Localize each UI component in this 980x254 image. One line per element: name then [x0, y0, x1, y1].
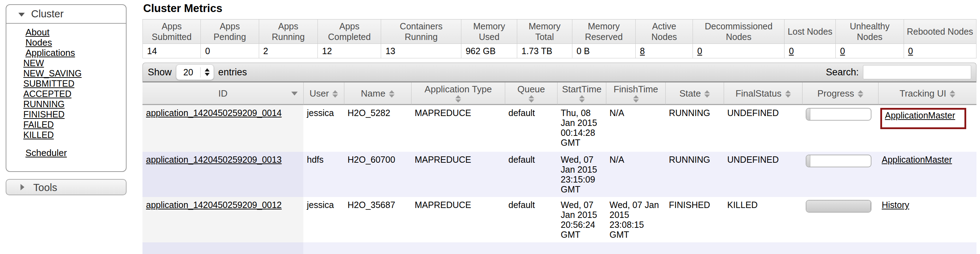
progress-bar-fill [807, 201, 871, 212]
metric-header-memory-total: Memory Total [517, 19, 573, 44]
sort-both-icon [950, 90, 955, 97]
application-id-link[interactable]: application_1420450259209_0014 [146, 108, 282, 118]
metric-header-containers-running: Containers Running [381, 19, 461, 44]
metric-link-unhealthy-nodes[interactable]: 0 [840, 46, 845, 56]
sidebar-item-failed: FAILED [23, 120, 126, 130]
metric-link-lost-nodes[interactable]: 0 [789, 46, 794, 56]
tracking-ui-link[interactable]: ApplicationMaster [885, 110, 955, 120]
cluster-panel-header[interactable]: Cluster [6, 5, 126, 24]
metric-header-apps-submitted: Apps Submitted [143, 19, 201, 44]
progress-bar [806, 108, 872, 121]
applications-link[interactable]: Applications [25, 47, 75, 58]
killed-link[interactable]: KILLED [23, 130, 54, 140]
application-row-partial [143, 242, 977, 254]
metric-header-active-nodes: Active Nodes [636, 19, 693, 44]
accepted-link[interactable]: ACCEPTED [23, 89, 72, 99]
column-label: User [310, 88, 329, 99]
tracking-ui-link[interactable]: ApplicationMaster [882, 155, 952, 165]
cell-partial [802, 242, 878, 254]
tools-panel-title: Tools [33, 182, 57, 193]
cell-partial [143, 242, 303, 254]
column-header-finishtime[interactable]: FinishTime [606, 82, 665, 105]
column-header-progress[interactable]: Progress [802, 82, 878, 105]
application-id-link[interactable]: application_1420450259209_0013 [146, 155, 282, 165]
cell-progress [802, 197, 878, 242]
submitted-link[interactable]: SUBMITTED [23, 78, 74, 88]
sidebar-item-new: NEW [23, 58, 126, 68]
new-saving-link[interactable]: NEW_SAVING [23, 68, 82, 78]
sort-both-icon [858, 90, 863, 97]
column-header-starttime[interactable]: StartTime [557, 82, 606, 105]
cell-start-time: Wed, 07 Jan 2015 20:56:24 GMT [557, 197, 606, 242]
applications-body: application_1420450259209_0014jessicaH2O… [143, 105, 977, 254]
cell-start-time: Thu, 08 Jan 2015 00:14:28 GMT [557, 105, 606, 152]
metrics-header-row: Apps SubmittedApps PendingApps RunningAp… [143, 19, 977, 44]
sidebar-item-applications: Applications [25, 48, 126, 58]
column-header-user[interactable]: User [303, 82, 344, 105]
cell-start-time: Wed, 07 Jan 2015 23:15:09 GMT [557, 152, 606, 197]
sidebar-item-nodes: Nodes [25, 37, 126, 48]
applications-table: IDUserNameApplication TypeQueueStartTime… [143, 82, 977, 254]
column-label: ID [218, 88, 228, 99]
column-header-id[interactable]: ID [143, 82, 303, 105]
column-label: FinalStatus [735, 88, 781, 99]
running-link[interactable]: RUNNING [23, 99, 65, 109]
cell-tracking-ui: History [878, 197, 977, 242]
cluster-panel-title: Cluster [31, 8, 64, 19]
column-label: State [679, 88, 701, 99]
cell-partial [411, 242, 505, 254]
cell-partial [557, 242, 606, 254]
sidebar-item-killed: KILLED [23, 130, 126, 140]
metric-header-rebooted-nodes: Rebooted Nodes [904, 19, 976, 44]
metric-link-decommissioned-nodes[interactable]: 0 [697, 46, 702, 56]
cluster-panel: Cluster About Nodes Applications NEW NEW… [6, 4, 127, 172]
new-link[interactable]: NEW [23, 58, 44, 68]
stepper-arrows-icon[interactable] [201, 68, 213, 76]
column-header-state[interactable]: State [665, 82, 724, 105]
column-header-application-type[interactable]: Application Type [411, 82, 505, 105]
page-size-stepper[interactable]: 20 [176, 64, 214, 80]
sidebar-item-finished: FINISHED [23, 109, 126, 120]
sidebar-item-submitted: SUBMITTED [23, 78, 126, 89]
metric-link-rebooted-nodes[interactable]: 0 [908, 46, 913, 56]
progress-bar [806, 200, 872, 212]
failed-link[interactable]: FAILED [23, 120, 54, 129]
cell-final-status: UNDEFINED [724, 105, 802, 152]
column-header-queue[interactable]: Queue [505, 82, 557, 105]
cell-name: H2O_5282 [344, 105, 411, 152]
cell-id: application_1420450259209_0013 [143, 152, 303, 197]
column-label: Progress [818, 88, 854, 99]
application-row: application_1420450259209_0014jessicaH2O… [143, 105, 977, 152]
cell-id: application_1420450259209_0014 [143, 105, 303, 152]
cell-finish-time: Wed, 07 Jan 2015 23:08:15 GMT [606, 197, 665, 242]
application-id-link[interactable]: application_1420450259209_0012 [146, 200, 282, 210]
about-link[interactable]: About [25, 27, 49, 37]
metric-value-memory-reserved: 0 B [572, 44, 635, 58]
cell-queue: default [505, 197, 557, 242]
finished-link[interactable]: FINISHED [23, 109, 65, 119]
metric-header-apps-completed: Apps Completed [318, 19, 381, 44]
column-label: StartTime [562, 84, 602, 94]
column-header-tracking-ui[interactable]: Tracking UI [878, 82, 977, 105]
metric-value-apps-submitted: 14 [143, 44, 201, 58]
scheduler-link[interactable]: Scheduler [25, 147, 67, 158]
metric-value-apps-pending: 0 [201, 44, 259, 58]
cluster-metrics-table: Apps SubmittedApps PendingApps RunningAp… [143, 19, 977, 58]
cell-id: application_1420450259209_0012 [143, 197, 303, 242]
column-header-finalstatus[interactable]: FinalStatus [724, 82, 802, 105]
highlight-red-box: ApplicationMaster [880, 108, 966, 129]
tools-panel[interactable]: Tools [6, 179, 127, 195]
cell-partial [505, 242, 557, 254]
cell-name: H2O_60700 [344, 152, 411, 197]
cell-partial [303, 242, 344, 254]
show-label: Show [148, 67, 172, 78]
sort-both-icon [389, 90, 395, 97]
search-input[interactable] [863, 65, 971, 79]
column-header-name[interactable]: Name [344, 82, 411, 105]
sidebar-item-running: RUNNING [23, 99, 126, 109]
column-label: Tracking UI [900, 88, 947, 99]
cell-type: MAPREDUCE [411, 105, 505, 152]
nodes-link[interactable]: Nodes [25, 37, 52, 48]
metric-link-active-nodes[interactable]: 8 [640, 46, 645, 56]
tracking-ui-link[interactable]: History [882, 200, 909, 210]
